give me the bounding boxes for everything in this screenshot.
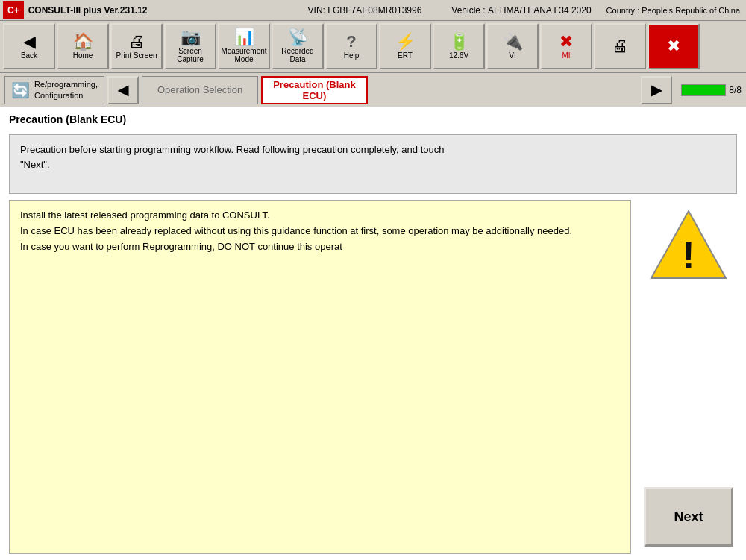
ert-label: ERT: [398, 51, 413, 60]
battery-label: 12.6V: [449, 51, 468, 60]
svg-text:!: !: [682, 233, 695, 277]
content-area: Install the latest released programming …: [9, 200, 737, 554]
screen-capture-button[interactable]: 📷 Screen Capture: [164, 23, 216, 69]
precaution-text-box: Precaution before starting programming w…: [9, 134, 737, 194]
vi-button[interactable]: 🔌 VI: [486, 23, 539, 69]
home-label: Home: [73, 51, 93, 60]
main-content: Precaution (Blank ECU) Precaution before…: [0, 107, 746, 560]
help-button[interactable]: ? Help: [325, 23, 377, 69]
nav-bar: 🔄 Re/programming, Configuration ◀ Operat…: [0, 73, 746, 107]
nav-back-icon: ◀: [118, 82, 128, 98]
page-title: Precaution (Blank ECU): [9, 113, 737, 128]
nav-back-button[interactable]: ◀: [107, 76, 139, 104]
mi-label: MI: [562, 51, 570, 60]
back-button[interactable]: ◀ Back: [3, 23, 55, 69]
battery-button[interactable]: 🔋 12.6V: [433, 23, 485, 69]
help-icon: ?: [346, 34, 356, 50]
printer2-button[interactable]: 🖨: [594, 23, 646, 69]
progress-bar-background: [681, 84, 726, 96]
instruction-text-box: Install the latest released programming …: [9, 200, 631, 554]
precaution-step: Precaution (Blank ECU): [261, 76, 368, 104]
ert-icon: ⚡: [395, 34, 416, 50]
camera-icon: 📷: [181, 29, 201, 45]
back-label: Back: [21, 51, 37, 60]
recorded-data-button[interactable]: 📡 Recorded Data: [272, 23, 324, 69]
warning-icon: !: [648, 207, 730, 282]
operation-selection-step: Operation Selection: [142, 76, 258, 104]
help-label: Help: [344, 51, 360, 60]
vehicle-display: Vehicle : ALTIMA/TEANA L34 2020: [451, 0, 591, 20]
recorded-label: Recorded Data: [275, 47, 321, 63]
app-logo: C+: [3, 1, 24, 19]
nav-forward-icon: ▶: [651, 82, 662, 98]
measurement-label: Measurement Mode: [221, 47, 267, 63]
measurement-icon: 📊: [234, 29, 254, 45]
ert-button[interactable]: ⚡ ERT: [379, 23, 431, 69]
print-screen-button[interactable]: 🖨 Print Screen: [110, 23, 163, 69]
toolbar: ◀ Back 🏠 Home 🖨 Print Screen 📷 Screen Ca…: [0, 21, 746, 73]
nav-forward-button[interactable]: ▶: [641, 76, 672, 104]
recorded-icon: 📡: [288, 29, 308, 45]
progress-indicator: 8/8: [681, 84, 742, 96]
reprogram-section: 🔄 Re/programming, Configuration: [4, 76, 104, 104]
vi-label: VI: [509, 51, 515, 60]
progress-bar-fill: [682, 85, 725, 95]
home-button[interactable]: 🏠 Home: [57, 23, 109, 69]
vin-display: VIN: LGBF7AE08MR013996: [308, 0, 422, 20]
title-bar: C+ CONSULT-III plus Ver.231.12 VIN: LGBF…: [0, 0, 746, 21]
mi-icon: ✖: [560, 34, 573, 50]
reprogram-icon: 🔄: [11, 81, 30, 99]
progress-label: 8/8: [729, 85, 742, 95]
measurement-mode-button[interactable]: 📊 Measurement Mode: [218, 23, 270, 69]
battery-icon: 🔋: [449, 34, 469, 50]
vi-icon: 🔌: [503, 34, 523, 50]
country-display: Country : People's Republic of China: [606, 0, 740, 20]
app-name: CONSULT-III plus Ver.231.12: [28, 0, 293, 20]
mi-button[interactable]: ✖ MI: [540, 23, 592, 69]
print-label: Print Screen: [116, 51, 157, 60]
back-icon: ◀: [23, 34, 36, 50]
screen-capture-label: Screen Capture: [167, 47, 213, 63]
home-icon: 🏠: [73, 34, 93, 50]
reprogram-label: Re/programming, Configuration: [34, 79, 98, 101]
right-panel: ! Next: [640, 200, 737, 554]
close-button[interactable]: ✖: [648, 23, 700, 69]
printer2-icon: 🖨: [612, 38, 628, 54]
close-icon: ✖: [667, 38, 680, 54]
next-button[interactable]: Next: [644, 487, 733, 547]
print-icon: 🖨: [128, 34, 145, 50]
